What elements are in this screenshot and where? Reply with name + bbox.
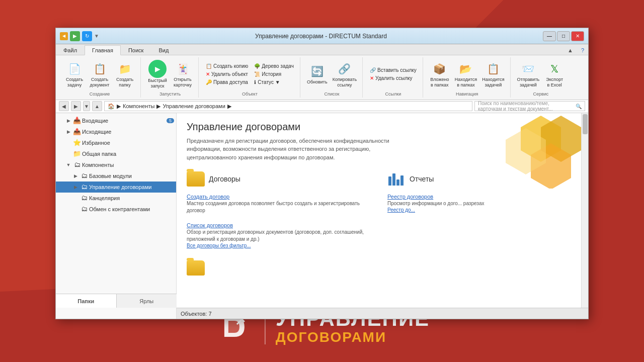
reports-card-header: Отчеты [387,171,578,187]
list-group-label: Список [325,92,340,97]
registry-link[interactable]: Реестр договоров [387,194,578,200]
contracts-card: Договоры Создать договор Мастер создания… [187,171,377,252]
base-label: Базовые модули [89,173,174,179]
navigation-buttons: 📦 Вложенов папках 📂 Находитсяв папках 📋 … [428,58,506,90]
more-section [187,260,578,278]
up-button[interactable]: ▲ [92,101,102,111]
create-doc-button[interactable]: 📋 Создатьдокумент [88,59,111,89]
all-contracts-link[interactable]: Все договоры без фильтр... [187,243,377,248]
service-buttons: 📨 Отправитьзадачей 𝕏 Экспортв Excel [516,58,567,90]
sidebar-item-inbox[interactable]: ▶ 📥 Входящие 5 [56,115,176,126]
links-buttons: 🔗 Вставить ссылку ✕ Удалить ссылку [368,58,419,90]
path-components[interactable]: Компоненты [123,103,154,109]
send-task-button[interactable]: 📨 Отправитьзадачей [516,59,541,89]
recent-button[interactable]: ▼ [83,101,90,111]
delete-link-button[interactable]: ✕ Удалить ссылку [368,74,419,82]
search-box[interactable]: Поиск по наименованию/теме, карточкам и … [474,101,585,111]
content-inner: Управление договорами Предназначен для р… [187,121,578,278]
ribbon-group-create: 📄 Создатьзадачу 📋 Создатьдокумент 📁 Созд… [59,57,141,98]
nested-label: Вложенов папках [430,77,449,88]
create-task-button[interactable]: 📄 Создатьзадачу [63,59,86,89]
sidebar-tab-folders[interactable]: Папки [56,294,117,308]
create-contract-link[interactable]: Создать договор [187,194,377,200]
create-folder-icon: 📁 [117,61,133,77]
create-doc-icon: 📋 [92,61,108,77]
links-col: 🔗 Вставить ссылку ✕ Удалить ссылку [368,66,419,82]
quick-access-sep: ▼ [94,33,99,39]
favorites-icon: ⭐ [73,139,81,147]
inbox-badge: 5 [167,118,174,123]
quick-launch-button[interactable]: ▶ Быстрыйзапуск [146,58,169,90]
main-window: ▶ ↻ ▼ Управление договорами - DIRECTUM S… [55,28,589,319]
sidebar-item-outbox[interactable]: ▶ 📤 Исходящие [56,126,176,137]
open-card-button[interactable]: 🃏 Открытькарточку [171,59,194,89]
ribbon-group-navigation: 📦 Вложенов папках 📂 Находитсяв папках 📋 … [424,57,511,98]
nested-folders-button[interactable]: 📦 Вложенов папках [428,59,451,89]
tab-search[interactable]: Поиск [121,45,151,55]
back-button[interactable]: ◀ [59,101,69,111]
sidebar-item-exchange[interactable]: 🗂 Обмен с контрагентами [56,204,176,215]
play-icon: ▶ [148,60,167,78]
registry-item: Реестр договоров Просмотр информации о д… [387,194,578,213]
chancery-icon: 🗂 [80,194,88,202]
content-scrollbar[interactable] [581,113,588,308]
sidebar-tab-shortcuts[interactable]: Ярлы [117,294,177,308]
refresh-button[interactable]: 🔄 Обновить [305,62,329,86]
sidebar-item-favorites[interactable]: ⭐ Избранное [56,137,176,148]
sidebar-item-base-modules[interactable]: ▶ 🗂 Базовые модули [56,170,176,182]
create-folder-button[interactable]: 📁 Создатьпапку [113,59,136,89]
copy-link-button[interactable]: 🔗 Копироватьссылку [331,59,358,89]
quick-access-btn1[interactable]: ▶ [70,31,80,41]
scrollbar-thumb[interactable] [583,114,588,134]
export-excel-icon: 𝕏 [546,61,562,77]
task-tree-button[interactable]: 🌳 Дерево задач [252,62,296,70]
path-contracts[interactable]: Управление договорами [163,103,225,109]
reports-card: Отчеты Реестр договоров Просмотр информа… [387,171,578,252]
sidebar-item-contracts[interactable]: ▶ 🗂 Управление договорами [56,182,176,193]
search-icon[interactable]: 🔍 [576,104,582,109]
components-arrow: ▼ [65,162,72,167]
quick-access-btn2[interactable]: ↻ [82,31,92,41]
insert-link-button[interactable]: 🔗 Вставить ссылку [368,66,419,74]
in-tasks-button[interactable]: 📋 Находитсязадачей [480,59,506,89]
in-folders-button[interactable]: 📂 Находитсяв папках [453,59,478,89]
inbox-icon: 📥 [73,117,81,125]
address-path[interactable]: 🏠 ▶ Компоненты ▶ Управление договорами ▶ [104,101,472,111]
inbox-label: Входящие [82,118,166,124]
create-task-icon: 📄 [66,61,83,77]
collapse-ribbon-btn[interactable]: ▲ [564,46,577,55]
help-btn[interactable]: ? [577,46,588,55]
maximize-button[interactable]: □ [557,31,570,41]
sidebar-item-shared[interactable]: 📁 Общая папка [56,148,176,159]
reports-card-title: Отчеты [410,175,434,183]
contracts-list-link[interactable]: Список договоров [187,222,377,228]
object-buttons: 📋 Создать копию ✕ Удалить объект 🔑 Права… [204,58,296,90]
status-icon: ℹ [254,79,256,85]
access-rights-button[interactable]: 🔑 Права доступа [204,78,250,86]
path-sep2: ▶ [156,103,160,110]
create-copy-button[interactable]: 📋 Создать копию [204,62,250,70]
quick-launch-label: Быстрыйзапуск [148,78,167,89]
tab-home[interactable]: Главная [85,45,121,55]
tab-view[interactable]: Вид [151,45,176,55]
chart-icon [387,171,406,187]
sidebar: ▶ 📥 Входящие 5 ▶ 📤 Исходящие ⭐ Избранное… [56,113,177,319]
delete-object-button[interactable]: ✕ Удалить объект [204,70,250,78]
history-button[interactable]: 📜 История [252,70,296,78]
forward-button[interactable]: ▶ [71,101,81,111]
outbox-label: Исходящие [82,129,174,135]
tab-file[interactable]: Файл [56,45,85,55]
export-excel-button[interactable]: 𝕏 Экспортв Excel [543,59,566,89]
ribbon-group-links: 🔗 Вставить ссылку ✕ Удалить ссылку Ссылк… [364,57,423,98]
minimize-button[interactable]: — [543,31,556,41]
nested-icon: 📦 [432,61,448,77]
close-button[interactable]: ✕ [571,31,584,41]
contracts-icon: 🗂 [80,183,88,191]
sidebar-item-chancery[interactable]: 🗂 Канцелярия [56,193,176,204]
object-col1: 📋 Создать копию ✕ Удалить объект 🔑 Права… [204,62,250,86]
refresh-label: Обновить [307,79,328,85]
status-button[interactable]: ℹ Статус ▼ [252,78,296,86]
registry-small-link[interactable]: Реестр до... [387,207,578,213]
send-task-icon: 📨 [520,61,536,77]
sidebar-item-components[interactable]: ▼ 🗂 Компоненты [56,159,176,170]
